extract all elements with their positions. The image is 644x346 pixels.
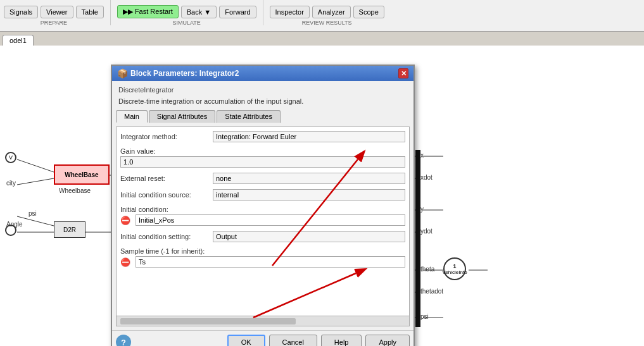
- block-params-dialog[interactable]: 📦 Block Parameters: Integrator2 ✕ Discre…: [111, 65, 415, 346]
- y-signal: y: [420, 206, 424, 213]
- cancel-button[interactable]: Cancel: [269, 335, 317, 346]
- dialog-block-type: DiscreteIntegrator: [116, 85, 410, 95]
- svg-line-4: [17, 178, 54, 185]
- apply-button[interactable]: Apply: [365, 335, 410, 346]
- tab-main[interactable]: Main: [116, 110, 148, 123]
- sample-time-input[interactable]: [136, 256, 405, 268]
- hscroll-thumb[interactable]: [120, 318, 296, 324]
- thetadot-signal: thetadot: [420, 288, 443, 295]
- integrator-method-row: Integrator method:: [120, 131, 405, 142]
- main-area: V city WheelBase Wheelbase Angle psi D2R…: [0, 46, 644, 346]
- dialog-footer: ? OK Cancel Help Apply: [112, 330, 414, 346]
- model-tab[interactable]: odel1: [3, 35, 34, 46]
- initial-condition-setting-input[interactable]: [213, 231, 405, 242]
- x-signal: x: [420, 152, 424, 159]
- forward-button[interactable]: Forward: [219, 6, 256, 18]
- initial-condition-source-label: Initial condition source:: [120, 191, 209, 199]
- external-reset-label: External reset:: [120, 175, 209, 182]
- xdot-signal: xdot: [420, 174, 432, 181]
- svg-line-3: [17, 159, 54, 172]
- back-label: Back: [187, 8, 202, 16]
- review-label: REVIEW RESULTS: [302, 20, 352, 26]
- initial-condition-setting-label: Initial condition setting:: [120, 233, 209, 240]
- fast-restart-button[interactable]: ▶▶ Fast Restart: [117, 5, 179, 18]
- theta-signal: theta: [420, 266, 434, 273]
- simulate-label: SIMULATE: [173, 20, 201, 26]
- divider-1: [110, 0, 111, 25]
- initial-condition-source-input[interactable]: [213, 189, 405, 201]
- review-section: Inspector Analyzer Scope REVIEW RESULTS: [266, 0, 388, 31]
- wheelbase-block-label: WheelBase: [65, 171, 98, 178]
- vehicle-info-label: VehicleInfo: [442, 269, 467, 275]
- toolbar: Signals Viewer Table PREPARE ▶▶ Fast Res…: [0, 0, 644, 32]
- prepare-label: PREPARE: [41, 20, 67, 26]
- ok-button[interactable]: OK: [227, 335, 265, 346]
- simulate-section: ▶▶ Fast Restart Back ▼ Forward SIMULATE: [113, 0, 260, 31]
- fast-restart-label: Fast Restart: [135, 8, 173, 15]
- analyzer-button[interactable]: Analyzer: [312, 6, 351, 18]
- initial-condition-row: Initial condition: ⛔: [120, 206, 405, 226]
- table-button[interactable]: Table: [76, 6, 104, 18]
- dialog-close-button[interactable]: ✕: [398, 68, 408, 78]
- dialog-titlebar: 📦 Block Parameters: Integrator2 ✕: [112, 66, 414, 81]
- canvas-content: V city WheelBase Wheelbase Angle psi D2R…: [0, 46, 644, 346]
- canvas: V city WheelBase Wheelbase Angle psi D2R…: [0, 46, 644, 346]
- prepare-section: Signals Viewer Table PREPARE: [0, 0, 108, 31]
- sample-time-row: Sample time (-1 for inherit): ⛔: [120, 247, 405, 268]
- initial-condition-setting-row: Initial condition setting:: [120, 231, 405, 242]
- d2r-label: D2R: [63, 226, 76, 233]
- integrator-method-label: Integrator method:: [120, 133, 209, 140]
- psi-label: psi: [28, 210, 37, 217]
- help-question-button[interactable]: ?: [116, 335, 131, 346]
- signals-button[interactable]: Signals: [4, 6, 38, 18]
- gain-input[interactable]: [120, 156, 405, 168]
- dialog-icon: 📦: [117, 68, 128, 78]
- dialog-hscrollbar[interactable]: [116, 316, 410, 326]
- ydot-signal: ydot: [420, 228, 432, 235]
- scope-button[interactable]: Scope: [353, 6, 384, 18]
- back-button[interactable]: Back ▼: [181, 6, 217, 18]
- tab-state-attributes[interactable]: State Attributes: [217, 110, 281, 123]
- velocity-label: city: [6, 180, 16, 187]
- dialog-tabs: Main Signal Attributes State Attributes: [116, 110, 410, 123]
- initial-condition-input[interactable]: [136, 214, 405, 226]
- vehicle-info-block[interactable]: 1 VehicleInfo: [443, 257, 466, 280]
- wheelbase-block[interactable]: WheelBase: [54, 164, 110, 185]
- help-button[interactable]: Help: [321, 335, 362, 346]
- wheelbase-signal-label: Wheelbase: [59, 187, 91, 194]
- initial-condition-label: Initial condition:: [120, 206, 405, 213]
- gain-label: Gain value:: [120, 147, 405, 155]
- v-port-label: V: [9, 154, 13, 161]
- footer-buttons: OK Cancel Help Apply: [227, 335, 410, 346]
- angle-label: Angle: [6, 221, 23, 228]
- dialog-title: Block Parameters: Integrator2: [130, 69, 239, 78]
- tab-bar: odel1: [0, 32, 644, 46]
- integrator-method-input[interactable]: [213, 131, 405, 142]
- initial-condition-source-row: Initial condition source:: [120, 189, 405, 201]
- external-reset-input[interactable]: [213, 173, 405, 184]
- dialog-body: DiscreteIntegrator Discrete-time integra…: [112, 81, 414, 330]
- dialog-description: Discrete-time integration or accumulatio…: [116, 96, 410, 106]
- divider-2: [263, 0, 263, 25]
- inspector-button[interactable]: Inspector: [270, 6, 310, 18]
- external-reset-row: External reset:: [120, 173, 405, 184]
- v-port: V: [5, 152, 16, 163]
- initial-condition-error-icon: ⛔: [120, 216, 130, 225]
- psi-signal: psi: [420, 313, 429, 320]
- tab-signal-attributes[interactable]: Signal Attributes: [149, 110, 216, 123]
- d2r-block[interactable]: D2R: [54, 221, 85, 238]
- sample-time-label: Sample time (-1 for inherit):: [120, 247, 405, 255]
- fast-restart-icon: ▶▶: [123, 8, 133, 15]
- dialog-scroll-area[interactable]: Integrator method: Gain value: External …: [116, 127, 410, 316]
- vehicle-info-num: 1: [453, 263, 456, 269]
- gain-value-row: Gain value:: [120, 147, 405, 168]
- sample-time-error-icon: ⛔: [120, 257, 130, 267]
- viewer-button[interactable]: Viewer: [41, 6, 73, 18]
